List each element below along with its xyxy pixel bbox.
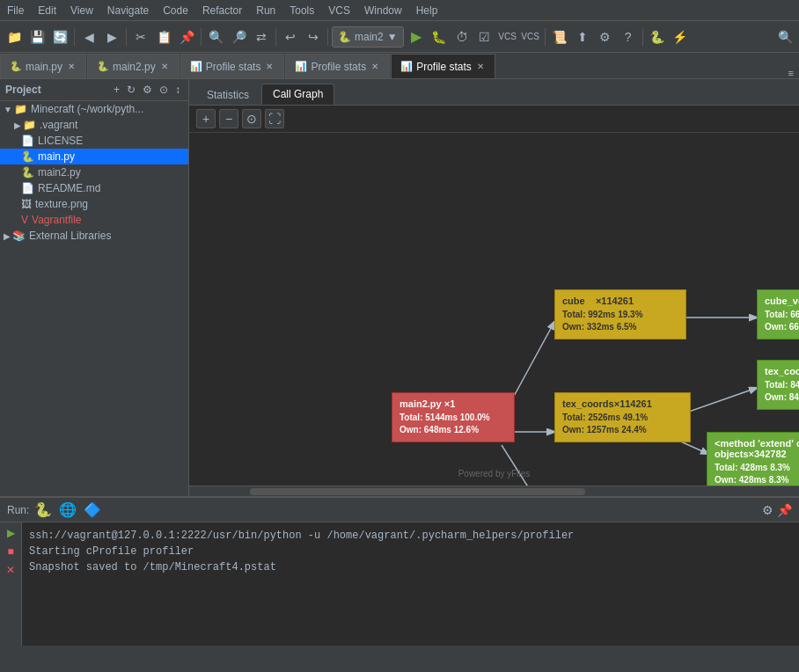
node-cube-vertices[interactable]: cube_vertices_new×114261 Total: 660ms 12… [757, 289, 799, 340]
toolbar-cover-btn[interactable]: ☑ [474, 26, 495, 47]
expand-arrow-ext: ▶ [4, 231, 11, 241]
toolbar-copy-btn[interactable]: 📋 [153, 26, 174, 47]
editor-tab-bar: 🐍 main.py ✕ 🐍 main2.py ✕ 📊 Profile stats… [0, 53, 799, 79]
tab-bar-scroll[interactable]: ≡ [788, 68, 794, 78]
tree-item-vagrantfile[interactable]: V Vagrantfile [0, 212, 188, 228]
tab-main-py-label: main.py [26, 61, 62, 73]
main-layout: Project + ↻ ⚙ ⊙ ↕ ▼ 📁 Minecraft (~/work/… [0, 79, 799, 496]
tab-profile-close-1[interactable]: ✕ [264, 62, 275, 71]
sidebar-scroll-icon[interactable]: ⊙ [157, 83, 171, 97]
run-action-buttons: ▶ ■ ✕ [0, 522, 22, 646]
node-tex-coords-total: Total: 2526ms 49.1% [562, 412, 683, 424]
toolbar-vcs-btn[interactable]: VCS [497, 26, 518, 47]
tab-profile-stats-1[interactable]: 📊 Profile stats ✕ [180, 54, 285, 78]
node-extend[interactable]: <method 'extend' of 'list' objects×34278… [707, 432, 799, 486]
tab-profile-close-3[interactable]: ✕ [475, 62, 486, 71]
menu-vcs[interactable]: VCS [321, 2, 357, 19]
tree-item-texture[interactable]: 🖼 texture.png [0, 196, 188, 212]
menu-view[interactable]: View [63, 2, 100, 19]
tab-profile-label-3: Profile stats [416, 61, 472, 73]
menu-edit[interactable]: Edit [31, 2, 63, 19]
node-tex-coords[interactable]: tex_coords×114261 Total: 2526ms 49.1% Ow… [554, 392, 691, 442]
menu-file[interactable]: File [0, 2, 31, 19]
node-cube[interactable]: cube ×114261 Total: 992ms 19.3% Own: 332… [554, 289, 686, 340]
menu-run[interactable]: Run [249, 2, 282, 19]
tab-main2-py-close[interactable]: ✕ [159, 62, 170, 71]
toolbar-vcs2-btn[interactable]: VCS [520, 26, 541, 47]
toolbar-replace-btn[interactable]: ⇄ [251, 26, 272, 47]
run-settings-icon[interactable]: ⚙ [762, 503, 773, 517]
run-config-dropdown[interactable]: 🐍 main2 ▼ [332, 26, 404, 47]
sub-tab-callgraph[interactable]: Call Graph [261, 84, 334, 105]
toolbar-sdk-btn[interactable]: 🐍 [647, 26, 668, 47]
run-pin-icon[interactable]: 📌 [777, 503, 792, 517]
fit-btn[interactable]: ⛶ [265, 109, 284, 128]
graph-scrollbar[interactable] [189, 486, 799, 496]
run-close-btn[interactable]: ✕ [3, 562, 18, 578]
search-everywhere-btn[interactable]: 🔍 [774, 26, 795, 47]
run-play-btn[interactable]: ▶ [3, 525, 18, 541]
toolbar-settings-btn[interactable]: ⚙ [595, 26, 616, 47]
toolbar-undo-btn[interactable]: ↩ [280, 26, 301, 47]
tab-profile-label-2: Profile stats [311, 61, 366, 73]
tree-item-ext-libs[interactable]: ▶ 📚 External Libraries [0, 228, 188, 244]
sidebar-gear-icon[interactable]: ⚙ [140, 83, 155, 97]
tab-main-py-close[interactable]: ✕ [66, 62, 77, 71]
run-db-icon[interactable]: 🔷 [84, 501, 101, 518]
menu-refactor[interactable]: Refactor [195, 2, 249, 19]
tree-item-license[interactable]: 📄 LICENSE [0, 133, 188, 149]
toolbar-redo-btn[interactable]: ↪ [303, 26, 324, 47]
separator-5 [327, 28, 328, 46]
sidebar-add-icon[interactable]: + [111, 83, 122, 97]
node-tex-coord-own: Own: 840ms 16.3% [765, 391, 799, 404]
toolbar-search2-btn[interactable]: 🔎 [228, 26, 249, 47]
tree-label-ext: External Libraries [29, 230, 111, 242]
sidebar-expand-icon[interactable]: ↕ [172, 83, 183, 97]
menu-tools[interactable]: Tools [282, 2, 321, 19]
toolbar-search-btn[interactable]: 🔍 [205, 26, 226, 47]
toolbar-profile-btn[interactable]: ⏱ [451, 26, 473, 47]
tree-item-readme[interactable]: 📄 README.md [0, 180, 188, 196]
sub-tab-statistics[interactable]: Statistics [196, 85, 260, 105]
toolbar-forward-btn[interactable]: ▶ [101, 26, 122, 47]
tree-item-main2-py[interactable]: 🐍 main2.py [0, 164, 188, 180]
scrollbar-thumb[interactable] [250, 488, 585, 495]
menu-navigate[interactable]: Navigate [100, 2, 156, 19]
run-globe-icon[interactable]: 🌐 [59, 501, 77, 518]
toolbar-save-btn[interactable]: 💾 [26, 26, 48, 47]
node-tex-coord[interactable]: tex_coord ×342783 Total: 840ms 16.3% Own… [757, 360, 799, 410]
toolbar-help-btn[interactable]: ? [618, 26, 639, 47]
toolbar-extra-btn[interactable]: ⚡ [670, 26, 691, 47]
run-python-icon[interactable]: 🐍 [34, 501, 52, 518]
toolbar-run-btn[interactable]: ▶ [406, 26, 427, 47]
sidebar-sync-icon[interactable]: ↻ [124, 83, 138, 97]
tree-item-main-py[interactable]: 🐍 main.py [0, 149, 188, 164]
tree-item-vagrant[interactable]: ▶ 📁 .vagrant [0, 117, 188, 133]
run-stop-btn[interactable]: ■ [3, 544, 18, 559]
tree-item-minecraft[interactable]: ▼ 📁 Minecraft (~/work/pyth... [0, 101, 188, 117]
toolbar-push-btn[interactable]: ⬆ [572, 26, 593, 47]
toolbar-hist-btn[interactable]: 📜 [549, 26, 570, 47]
tab-main-py[interactable]: 🐍 main.py ✕ [0, 54, 86, 78]
toolbar-back-btn[interactable]: ◀ [78, 26, 99, 47]
tab-profile-stats-2[interactable]: 📊 Profile stats ✕ [285, 54, 390, 78]
toolbar-cut-btn[interactable]: ✂ [130, 26, 151, 47]
tree-label-vagrantfile: Vagrantfile [32, 214, 81, 226]
tab-main2-py[interactable]: 🐍 main2.py ✕ [87, 54, 180, 78]
node-main2-total: Total: 5144ms 100.0% [400, 412, 507, 424]
toolbar-sync-btn[interactable]: 🔄 [49, 26, 70, 47]
menu-window[interactable]: Window [357, 2, 409, 19]
file-icon-vagrantfile: V [21, 214, 28, 226]
graph-canvas[interactable]: main2.py ×1 Total: 5144ms 100.0% Own: 64… [189, 133, 799, 486]
toolbar-paste-btn[interactable]: 📌 [176, 26, 197, 47]
menu-code[interactable]: Code [156, 2, 195, 19]
menu-help[interactable]: Help [409, 2, 445, 19]
node-main2[interactable]: main2.py ×1 Total: 5144ms 100.0% Own: 64… [392, 392, 515, 442]
toolbar-debug-btn[interactable]: 🐛 [429, 26, 450, 47]
tab-profile-stats-3[interactable]: 📊 Profile stats ✕ [391, 54, 495, 78]
zoom-reset-btn[interactable]: ⊙ [242, 109, 261, 128]
zoom-in-btn[interactable]: + [196, 109, 216, 128]
tab-profile-close-2[interactable]: ✕ [370, 62, 380, 71]
toolbar-open-btn[interactable]: 📁 [4, 26, 25, 47]
zoom-out-btn[interactable]: − [219, 109, 238, 128]
